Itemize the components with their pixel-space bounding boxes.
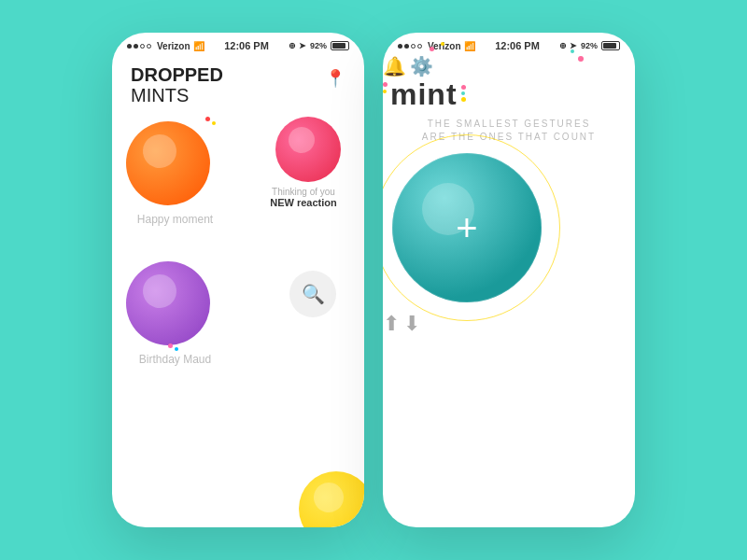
search-button[interactable]: 🔍 bbox=[289, 271, 336, 317]
signal-dot-r3 bbox=[411, 44, 416, 49]
confetti-1 bbox=[205, 117, 210, 121]
signal-dot-3 bbox=[140, 44, 145, 49]
mints-content: Happy moment Thinking of you NEW reactio… bbox=[112, 112, 364, 527]
wifi-icon-right: 📶 bbox=[464, 41, 475, 51]
signal-dot-2 bbox=[134, 44, 138, 49]
orb-yellow[interactable] bbox=[299, 471, 364, 527]
orb-orange[interactable] bbox=[126, 121, 210, 205]
signal-dots bbox=[127, 44, 151, 49]
app-title: DROPPED MINTS bbox=[131, 64, 223, 106]
signal-dot-4 bbox=[147, 44, 151, 49]
logo-dot-pink bbox=[383, 82, 388, 87]
signal-dot-r2 bbox=[404, 44, 409, 49]
tagline: THE SMALLEST GESTURES ARE THE ONES THAT … bbox=[383, 118, 635, 144]
tagline-line2: ARE THE ONES THAT COUNT bbox=[383, 131, 635, 144]
status-bar-right: Verizon 📶 12:06 PM ⊕ ➤ 92% bbox=[383, 33, 635, 55]
battery-pct-left: 92% bbox=[310, 41, 327, 50]
search-icon: 🔍 bbox=[302, 283, 325, 305]
logo-dot-r3 bbox=[461, 97, 466, 102]
main-orb-area: + bbox=[383, 144, 635, 312]
orb-wave-orange bbox=[126, 121, 210, 205]
orb-wave-yellow bbox=[299, 471, 364, 527]
orb-pink[interactable] bbox=[275, 117, 341, 182]
mint-logo: mint bbox=[383, 77, 635, 112]
top-icons-area: 🔔 ⚙️ bbox=[383, 55, 635, 77]
battery-pct-right: 92% bbox=[581, 41, 598, 50]
label-thinking: Thinking of you NEW reaction bbox=[252, 187, 355, 208]
status-bar-left: Verizon 📶 12:06 PM ⊕ ➤ 92% bbox=[112, 33, 364, 55]
left-phone: Verizon 📶 12:06 PM ⊕ ➤ 92% DROPPED MINTS… bbox=[112, 33, 364, 527]
mint-item-yellow[interactable] bbox=[299, 471, 364, 527]
scatter-dot-4 bbox=[571, 49, 574, 53]
confetti-4 bbox=[175, 347, 178, 351]
mint-item-thinking[interactable] bbox=[275, 117, 341, 182]
logo-dots-right bbox=[461, 85, 466, 102]
logo-text: mint bbox=[390, 77, 458, 112]
bottom-actions: ⬆ ⬇ bbox=[383, 312, 635, 336]
scatter-dot-2 bbox=[441, 42, 444, 46]
carrier-left: Verizon bbox=[157, 41, 190, 51]
share-icon[interactable]: ⬆ bbox=[383, 312, 400, 335]
scatter-dot-1 bbox=[430, 47, 434, 51]
orb-purple[interactable] bbox=[126, 261, 210, 345]
battery-bar-right bbox=[601, 41, 620, 50]
label-birthday: Birthday Maud bbox=[121, 353, 229, 366]
battery-bar-left bbox=[331, 41, 349, 50]
label-happy: Happy moment bbox=[121, 213, 229, 226]
title-dropped: DROPPED bbox=[131, 64, 223, 85]
logo-dot-yellow bbox=[383, 90, 387, 93]
time-right: 12:06 PM bbox=[495, 40, 540, 51]
app-header-left: DROPPED MINTS 📍 bbox=[112, 55, 364, 112]
scatter-dot-3 bbox=[578, 56, 584, 62]
orb-wave-purple bbox=[126, 261, 210, 345]
right-phone: Verizon 📶 12:06 PM ⊕ ➤ 92% 🔔 ⚙️ bbox=[383, 33, 635, 527]
add-orb-container[interactable]: + bbox=[383, 144, 551, 312]
confetti-2 bbox=[212, 121, 216, 125]
orb-wave-pink bbox=[275, 117, 341, 182]
settings-icon[interactable]: ⚙️ bbox=[410, 56, 433, 77]
location-icon[interactable]: 📍 bbox=[325, 68, 345, 89]
gps-icon-right: ⊕ ➤ bbox=[559, 41, 577, 50]
signal-dot-1 bbox=[127, 44, 132, 49]
mint-item-birthday[interactable] bbox=[126, 261, 210, 345]
new-reaction-label: NEW reaction bbox=[270, 197, 337, 208]
title-mints: MINTS bbox=[131, 85, 223, 106]
wifi-icon-left: 📶 bbox=[193, 41, 204, 51]
download-icon[interactable]: ⬇ bbox=[403, 312, 420, 335]
confetti-3 bbox=[168, 343, 173, 348]
time-left: 12:06 PM bbox=[224, 40, 269, 51]
tagline-line1: THE SMALLEST GESTURES bbox=[383, 118, 635, 131]
plus-icon[interactable]: + bbox=[456, 207, 477, 249]
logo-dots-left bbox=[383, 82, 388, 93]
battery-fill-left bbox=[332, 43, 345, 49]
logo-dot-r1 bbox=[461, 85, 466, 90]
logo-area: mint THE SMALLEST GESTURES ARE THE ONES … bbox=[383, 77, 635, 144]
phones-container: Verizon 📶 12:06 PM ⊕ ➤ 92% DROPPED MINTS… bbox=[112, 33, 635, 527]
signal-dot-r1 bbox=[398, 44, 402, 49]
battery-fill-right bbox=[603, 43, 616, 49]
signal-dot-r4 bbox=[417, 44, 422, 49]
mint-item-happy[interactable] bbox=[126, 121, 210, 205]
gps-icon-left: ⊕ ➤ bbox=[289, 41, 306, 50]
bell-icon[interactable]: 🔔 bbox=[383, 56, 406, 77]
orb-teal[interactable]: + bbox=[392, 153, 542, 302]
signal-dots-right bbox=[398, 44, 422, 49]
logo-dot-r2 bbox=[461, 91, 465, 95]
